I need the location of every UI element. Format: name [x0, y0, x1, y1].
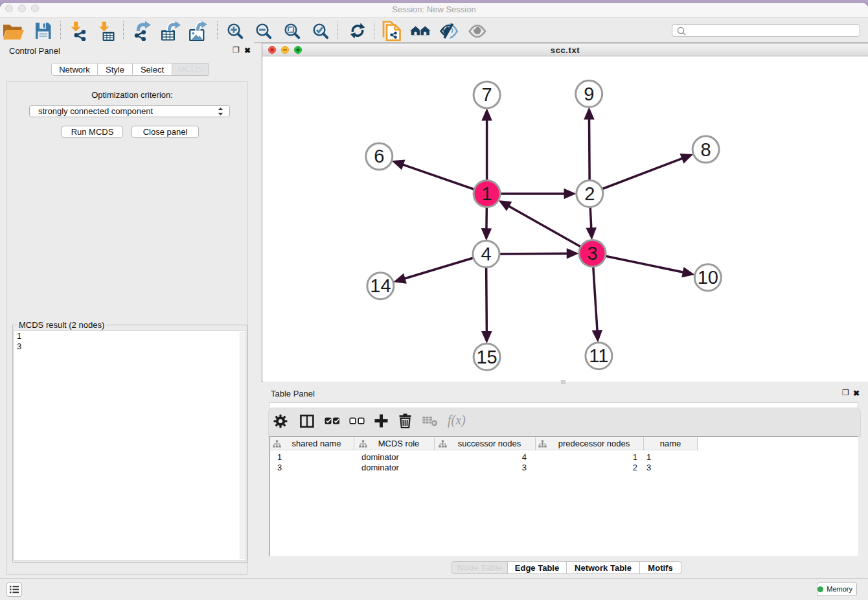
svg-text:3: 3	[587, 243, 597, 264]
svg-text:14: 14	[370, 275, 391, 296]
svg-text:8: 8	[701, 139, 711, 160]
svg-text:6: 6	[374, 146, 384, 167]
svg-text:7: 7	[482, 84, 492, 105]
svg-text:2: 2	[584, 183, 595, 204]
svg-text:1: 1	[482, 183, 492, 204]
svg-text:15: 15	[476, 347, 497, 367]
svg-text:11: 11	[589, 345, 608, 366]
svg-text:4: 4	[481, 244, 491, 264]
svg-text:9: 9	[584, 84, 594, 104]
svg-text:10: 10	[698, 267, 718, 288]
